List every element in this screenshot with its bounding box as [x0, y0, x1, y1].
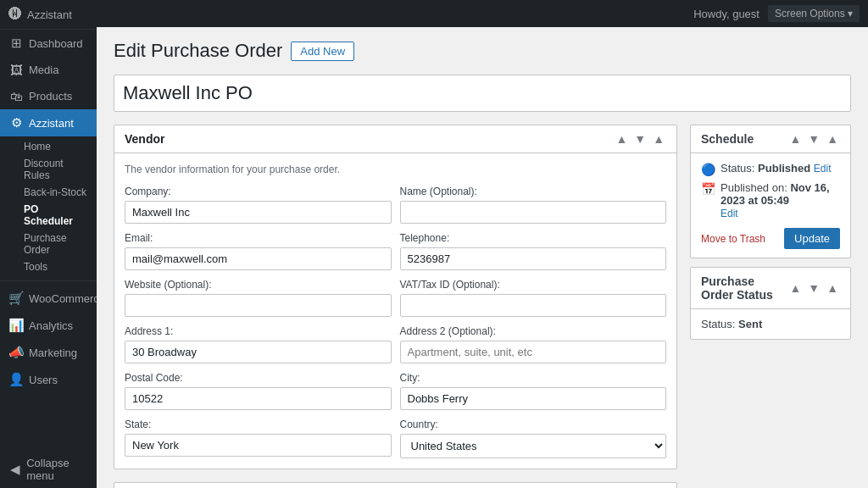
po-status-down[interactable]: ▼	[806, 281, 821, 295]
media-icon: 🖼	[8, 63, 24, 77]
sidebar-item-azzistant[interactable]: ⚙ Azzistant	[0, 109, 97, 136]
woocommerce-icon: 🛒	[8, 291, 24, 306]
sidebar-sub-purchase-order[interactable]: Purchase Order	[24, 230, 97, 258]
sidebar-sub-home[interactable]: Home	[24, 138, 97, 155]
schedule-actions: Move to Trash Update	[701, 228, 840, 249]
schedule-header[interactable]: Schedule ▲ ▼ ▲	[691, 125, 850, 153]
po-status-label: Status:	[701, 318, 735, 330]
schedule-metabox: Schedule ▲ ▼ ▲ 🔵	[690, 125, 851, 258]
vendor-description: The vendor information for your purchase…	[125, 164, 666, 175]
page-header: Edit Purchase Order Add New	[114, 40, 851, 62]
metabox-toggle[interactable]: ▲	[651, 132, 666, 146]
po-status-toggle[interactable]: ▲	[825, 281, 840, 295]
screen-options-button[interactable]: Screen Options ▾	[768, 5, 860, 22]
address2-input[interactable]	[400, 341, 667, 363]
po-status-title: Purchase Order Status	[701, 274, 787, 302]
po-status-metabox: Purchase Order Status ▲ ▼ ▲ Status: Sent	[690, 267, 851, 340]
company-input[interactable]	[125, 201, 392, 224]
email-label: Email:	[125, 232, 392, 244]
po-status-value: Sent	[738, 318, 762, 330]
address2-label: Address 2 (Optional):	[400, 325, 667, 337]
address1-label: Address 1:	[125, 325, 392, 337]
city-input[interactable]	[400, 387, 667, 410]
vendor-metabox-body: The vendor information for your purchase…	[114, 153, 676, 469]
email-input[interactable]	[125, 247, 392, 270]
sidebar-item-label: Collapse menu	[26, 457, 88, 482]
address1-input[interactable]	[125, 341, 392, 363]
status-label: Status:	[721, 162, 754, 175]
schedule-up[interactable]: ▲	[787, 132, 803, 146]
wp-icon: 🅦	[8, 7, 22, 22]
sidebar-item-media[interactable]: 🖼 Media	[0, 57, 97, 83]
schedule-toggle[interactable]: ▲	[825, 132, 840, 146]
sidebar-item-products[interactable]: 🛍 Products	[0, 83, 97, 109]
sidebar-item-label: Products	[29, 90, 72, 103]
status-edit-link[interactable]: Edit	[814, 163, 832, 175]
vat-label: VAT/Tax ID (Optional):	[400, 279, 667, 291]
country-select[interactable]: United States Canada United Kingdom	[400, 434, 667, 458]
sidebar-item-label: WooCommerce	[29, 292, 105, 305]
metabox-controls: ▲ ▼ ▲	[614, 132, 666, 146]
metabox-collapse-down[interactable]: ▼	[632, 132, 648, 146]
schedule-down[interactable]: ▼	[806, 132, 821, 146]
sidebar-item-label: Dashboard	[29, 37, 83, 50]
azzistant-submenu: Home Discount Rules Back-in-Stock PO Sch…	[0, 136, 97, 277]
sidebar-collapse[interactable]: ◀ Collapse menu	[0, 451, 97, 488]
name-input[interactable]	[400, 201, 667, 224]
postal-input[interactable]	[125, 387, 392, 410]
sidebar-item-label: Marketing	[29, 347, 77, 359]
products-icon: 🛍	[8, 89, 24, 103]
po-status-up[interactable]: ▲	[787, 281, 803, 295]
state-input[interactable]	[125, 434, 392, 457]
company-field: Company:	[125, 186, 392, 224]
sidebar-item-label: Users	[29, 374, 58, 386]
city-field: City:	[400, 372, 667, 410]
analytics-icon: 📊	[8, 318, 24, 333]
sidebar-sub-discount-rules[interactable]: Discount Rules	[24, 155, 97, 184]
city-label: City:	[400, 372, 667, 384]
users-icon: 👤	[8, 372, 24, 387]
website-label: Website (Optional):	[125, 279, 392, 291]
sidebar-item-marketing[interactable]: 📣 Marketing	[0, 339, 97, 366]
sidebar-item-users[interactable]: 👤 Users	[0, 366, 97, 393]
main-content: Edit Purchase Order Add New Vendor ▲	[97, 27, 868, 488]
address2-field: Address 2 (Optional):	[400, 325, 667, 363]
add-new-button[interactable]: Add New	[291, 42, 354, 61]
schedule-body: 🔵 Status: Published Edit 📅	[691, 153, 850, 258]
site-name: Azzistant	[27, 8, 72, 21]
update-button[interactable]: Update	[784, 228, 840, 249]
website-input[interactable]	[125, 294, 392, 317]
po-status-header[interactable]: Purchase Order Status ▲ ▼ ▲	[691, 268, 850, 309]
telephone-input[interactable]	[400, 247, 667, 270]
po-status-body: Status: Sent	[691, 309, 850, 339]
sidebar-header: 🅦 Azzistant	[0, 0, 97, 30]
vendor-metabox-header[interactable]: Vendor ▲ ▼ ▲	[114, 125, 676, 153]
status-row: 🔵 Status: Published Edit	[701, 162, 840, 176]
move-to-trash-link[interactable]: Move to Trash	[701, 233, 765, 245]
sidebar-item-dashboard[interactable]: ⊞ Dashboard	[0, 30, 97, 57]
vendor-metabox: Vendor ▲ ▼ ▲ The vendor information for …	[114, 125, 677, 469]
name-field: Name (Optional):	[400, 186, 667, 224]
sidebar-item-label: Media	[29, 64, 58, 76]
dashboard-icon: ⊞	[8, 36, 24, 51]
sidebar-item-woocommerce[interactable]: 🛒 WooCommerce	[0, 285, 97, 312]
sidebar-item-label: Azzistant	[29, 117, 74, 130]
purchase-order-metabox: Purchase Order ▲ ▼ ▲	[114, 482, 677, 488]
marketing-icon: 📣	[8, 345, 24, 360]
po-title-input[interactable]	[114, 75, 851, 112]
telephone-field: Telephone:	[400, 232, 667, 270]
sidebar-sub-back-in-stock[interactable]: Back-in-Stock	[24, 184, 97, 201]
collapse-icon: ◀	[8, 462, 21, 477]
state-field: State:	[125, 419, 392, 458]
published-edit-link[interactable]: Edit	[721, 208, 738, 219]
purchase-order-header[interactable]: Purchase Order ▲ ▼ ▲	[114, 483, 676, 488]
sidebar: 🅦 Azzistant ⊞ Dashboard 🖼 Media 🛍 Produc…	[0, 0, 97, 488]
sidebar-sub-po-scheduler[interactable]: PO Scheduler	[24, 201, 97, 230]
sidebar-sub-tools[interactable]: Tools	[24, 258, 97, 275]
sidebar-item-analytics[interactable]: 📊 Analytics	[0, 312, 97, 339]
status-value: Published	[758, 162, 810, 175]
vat-input[interactable]	[400, 294, 667, 317]
page-title: Edit Purchase Order	[114, 40, 282, 62]
metabox-collapse-up[interactable]: ▲	[614, 132, 629, 146]
country-field: Country: United States Canada United Kin…	[400, 419, 667, 458]
